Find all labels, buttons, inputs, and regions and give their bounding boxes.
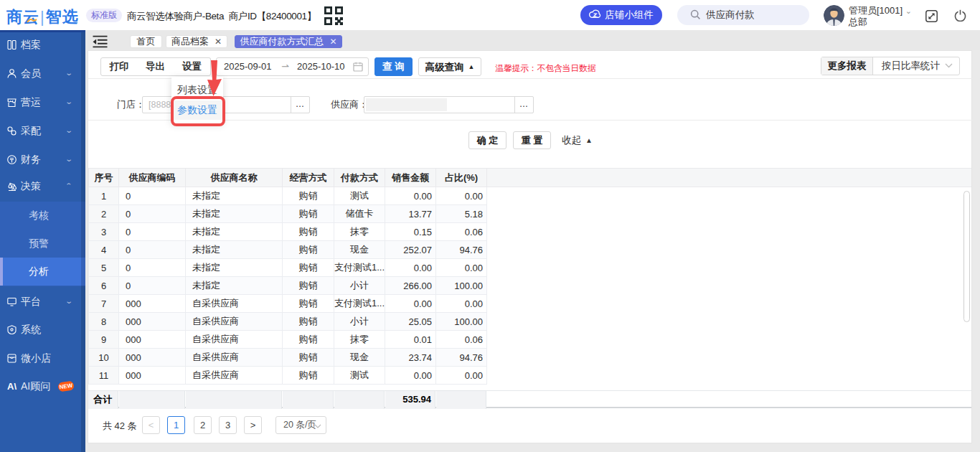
svg-text:A\: A\ (7, 381, 17, 391)
